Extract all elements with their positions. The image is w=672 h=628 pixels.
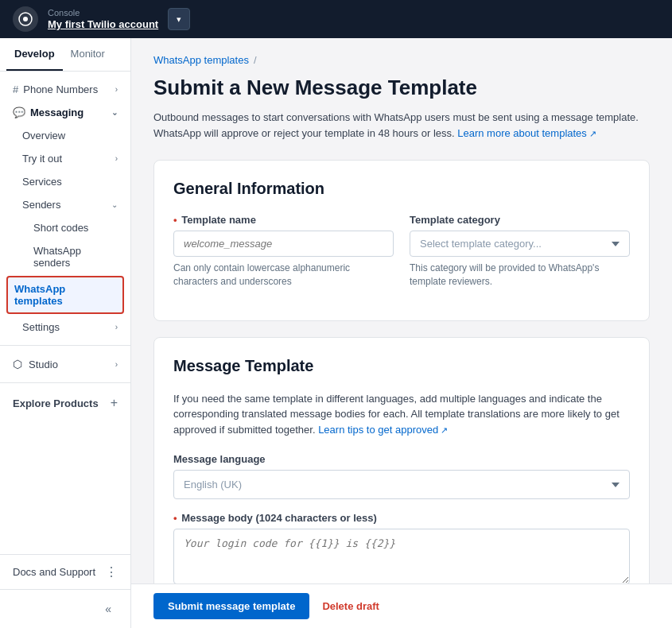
template-name-label: • Template name: [173, 214, 394, 226]
try-it-out-label: Try it out: [22, 153, 62, 165]
studio-chevron: ›: [115, 360, 118, 369]
breadcrumb-link[interactable]: WhatsApp templates: [153, 54, 249, 66]
message-template-desc: If you need the same template in differe…: [173, 391, 630, 438]
settings-label: Settings: [22, 321, 60, 333]
template-category-group: Template category Select template catego…: [410, 214, 630, 289]
account-chevron[interactable]: ▾: [168, 8, 190, 30]
template-name-required: •: [173, 214, 177, 226]
learn-more-link[interactable]: Learn more about templates: [457, 127, 596, 139]
services-label: Services: [22, 176, 62, 188]
sidebar-item-overview[interactable]: Overview: [0, 124, 130, 147]
submit-template-button[interactable]: Submit message template: [153, 593, 309, 619]
sidebar-item-whatsapp-senders[interactable]: WhatsApp senders: [0, 239, 130, 274]
whatsapp-senders-label: WhatsApp senders: [33, 245, 118, 269]
sidebar-item-short-codes[interactable]: Short codes: [0, 216, 130, 239]
top-bar: Console My first Twilio account ▾: [0, 0, 672, 38]
learn-tips-link[interactable]: Learn tips to get approved: [318, 424, 448, 436]
message-body-textarea[interactable]: [173, 529, 630, 584]
sidebar-item-services[interactable]: Services: [0, 170, 130, 193]
message-language-group: Message language English (UK): [173, 453, 630, 499]
try-it-out-chevron: ›: [115, 154, 118, 163]
explore-plus-icon[interactable]: +: [111, 396, 118, 410]
explore-products-section: Explore Products +: [0, 390, 130, 417]
docs-menu-icon[interactable]: ⋮: [105, 564, 118, 580]
messaging-icon: 💬: [13, 107, 25, 118]
settings-chevron: ›: [115, 323, 118, 331]
sidebar-item-settings[interactable]: Settings ›: [0, 316, 130, 339]
phone-numbers-label: Phone Numbers: [23, 83, 98, 95]
sidebar-collapse-section: «: [0, 589, 130, 628]
general-info-card: General Information • Template name Can …: [153, 160, 650, 321]
general-info-title: General Information: [173, 180, 630, 198]
message-body-required: •: [173, 512, 177, 524]
sidebar-item-try-it-out[interactable]: Try it out ›: [0, 147, 130, 170]
console-logo: [13, 6, 38, 32]
message-body-label: • Message body (1024 characters or less): [173, 512, 630, 524]
page-description: Outbound messages to start conversations…: [153, 110, 650, 141]
message-body-label-text: Message body (1024 characters or less): [181, 512, 377, 524]
main-content: WhatsApp templates / Submit a New Messag…: [131, 38, 672, 628]
overview-label: Overview: [22, 130, 65, 141]
page-title: Submit a New Message Template: [153, 76, 650, 100]
message-language-label: Message language: [173, 453, 630, 465]
sidebar-item-phone-numbers[interactable]: # Phone Numbers ›: [0, 78, 130, 101]
message-template-title: Message Template: [173, 357, 630, 375]
nav-separator-2: [0, 382, 130, 383]
hash-icon: #: [13, 83, 18, 95]
sidebar-item-senders[interactable]: Senders ⌄: [0, 193, 130, 216]
sidebar-item-whatsapp-templates[interactable]: WhatsApp templates: [6, 276, 124, 314]
sidebar-bottom: Docs and Support ⋮: [0, 554, 130, 589]
console-label: Console: [48, 8, 158, 18]
studio-label: Studio: [29, 359, 58, 370]
explore-label: Explore Products: [13, 397, 99, 409]
sidebar-tabs: Develop Monitor: [0, 38, 130, 72]
template-name-hint: Can only contain lowercase alphanumeric …: [173, 262, 394, 289]
delete-draft-button[interactable]: Delete draft: [322, 593, 379, 619]
message-language-select[interactable]: English (UK): [173, 470, 630, 499]
messaging-label: Messaging: [30, 107, 84, 118]
whatsapp-templates-label: WhatsApp templates: [14, 283, 110, 307]
template-name-category-row: • Template name Can only contain lowerca…: [173, 214, 630, 289]
tab-monitor[interactable]: Monitor: [63, 38, 113, 71]
template-name-group: • Template name Can only contain lowerca…: [173, 214, 394, 289]
senders-label: Senders: [22, 199, 60, 211]
breadcrumb-separator: /: [254, 54, 257, 66]
messaging-chevron: ⌄: [111, 108, 118, 117]
bottom-bar: Submit message template Delete draft: [131, 583, 672, 628]
sidebar: Develop Monitor # Phone Numbers › 💬 Mess…: [0, 38, 131, 628]
main-inner: WhatsApp templates / Submit a New Messag…: [131, 38, 672, 628]
nav-separator-1: [0, 345, 130, 346]
short-codes-label: Short codes: [33, 222, 88, 234]
template-name-input[interactable]: [173, 231, 394, 257]
layout: Develop Monitor # Phone Numbers › 💬 Mess…: [0, 38, 672, 628]
sidebar-item-studio[interactable]: ⬡ Studio ›: [0, 352, 130, 376]
breadcrumb: WhatsApp templates /: [153, 54, 650, 66]
template-category-select[interactable]: Select template category...: [410, 231, 630, 257]
phone-numbers-chevron: ›: [115, 85, 118, 94]
collapse-sidebar-button[interactable]: «: [99, 596, 118, 622]
tab-develop[interactable]: Develop: [6, 38, 63, 71]
sidebar-nav: # Phone Numbers › 💬 Messaging ⌄ Overview…: [0, 72, 130, 554]
template-category-hint: This category will be provided to WhatsA…: [410, 262, 630, 289]
account-name[interactable]: My first Twilio account: [48, 18, 158, 31]
studio-icon: ⬡: [13, 358, 22, 370]
template-category-label: Template category: [410, 214, 630, 226]
sidebar-item-messaging[interactable]: 💬 Messaging ⌄: [0, 101, 130, 124]
docs-support-label[interactable]: Docs and Support: [13, 566, 95, 578]
senders-chevron: ⌄: [111, 200, 118, 209]
